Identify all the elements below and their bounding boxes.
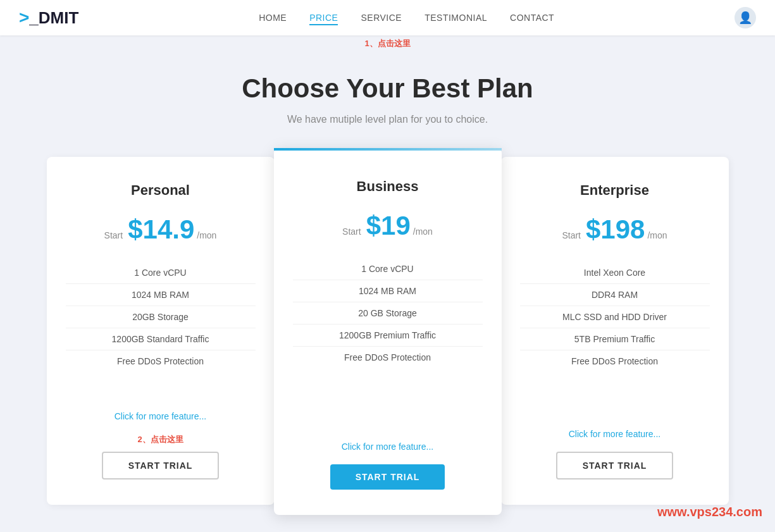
- section-subtitle: We have mutiple level plan for you to ch…: [13, 114, 762, 125]
- main-content: Choose Your Best Plan We have mutiple le…: [0, 35, 775, 532]
- price-start-personal: Start: [104, 230, 123, 240]
- logo-text: _DMIT: [29, 8, 78, 28]
- plan-name-enterprise: Enterprise: [580, 182, 649, 199]
- more-link-business[interactable]: Click for more feature...: [342, 442, 434, 452]
- features-business: 1 Core vCPU 1024 MB RAM 20 GB Storage 12…: [293, 258, 483, 426]
- plan-name-personal: Personal: [131, 182, 190, 199]
- section-title: Choose Your Best Plan: [13, 73, 762, 104]
- feature-personal-0: 1 Core vCPU: [66, 262, 256, 284]
- logo: > _DMIT: [19, 8, 78, 28]
- feature-business-3: 1200GB Premium Traffic: [293, 325, 483, 347]
- feature-personal-1: 1024 MB RAM: [66, 284, 256, 306]
- price-amount-personal: $14.9: [128, 216, 194, 243]
- price-row-enterprise: Start $198 /mon: [562, 216, 667, 243]
- feature-business-1: 1024 MB RAM: [293, 280, 483, 302]
- more-link-personal[interactable]: Click for more feature...: [115, 411, 207, 421]
- trial-button-personal[interactable]: START TRIAL: [102, 452, 220, 479]
- plan-name-business: Business: [357, 178, 419, 195]
- nav-hint-label: 1、点击这里: [364, 38, 410, 49]
- trial-button-business[interactable]: START TRIAL: [330, 464, 445, 490]
- navbar: > _DMIT HOME PRICE SERVICE TESTIMONIAL C…: [0, 0, 775, 35]
- price-row-business: Start $19 /mon: [342, 213, 433, 239]
- price-amount-enterprise: $198: [586, 216, 645, 243]
- nav-item-service[interactable]: SERVICE: [361, 12, 402, 23]
- pricing-cards: Personal Start $14.9 /mon 1 Core vCPU 10…: [21, 157, 755, 524]
- feature-enterprise-0: Intel Xeon Core: [520, 262, 710, 284]
- feature-personal-3: 1200GB Standard Traffic: [66, 328, 256, 350]
- nav-item-contact[interactable]: CONTACT: [510, 12, 554, 23]
- card-personal: Personal Start $14.9 /mon 1 Core vCPU 10…: [47, 157, 275, 505]
- feature-enterprise-1: DDR4 RAM: [520, 284, 710, 306]
- price-row-personal: Start $14.9 /mon: [104, 216, 217, 243]
- price-period-enterprise: /mon: [647, 230, 667, 240]
- price-period-business: /mon: [413, 226, 433, 237]
- features-personal: 1 Core vCPU 1024 MB RAM 20GB Storage 120…: [66, 262, 256, 396]
- more-link-enterprise[interactable]: Click for more feature...: [569, 429, 661, 439]
- hint-personal: 2、点击这里: [137, 434, 183, 445]
- price-amount-business: $19: [366, 213, 411, 239]
- card-enterprise: Enterprise Start $198 /mon Intel Xeon Co…: [501, 157, 729, 505]
- feature-business-0: 1 Core vCPU: [293, 258, 483, 280]
- card-business: Business Start $19 /mon 1 Core vCPU 1024…: [274, 148, 502, 515]
- feature-business-2: 20 GB Storage: [293, 302, 483, 325]
- nav-links: HOME PRICE SERVICE TESTIMONIAL CONTACT: [259, 12, 554, 23]
- feature-enterprise-3: 5TB Premium Traffic: [520, 328, 710, 350]
- trial-button-enterprise[interactable]: START TRIAL: [556, 452, 674, 479]
- feature-enterprise-2: MLC SSD and HDD Driver: [520, 306, 710, 328]
- price-start-business: Start: [342, 226, 361, 237]
- price-start-enterprise: Start: [562, 230, 581, 240]
- feature-personal-4: Free DDoS Protection: [66, 350, 256, 372]
- price-period-personal: /mon: [197, 230, 216, 240]
- nav-item-price[interactable]: PRICE: [309, 12, 338, 23]
- nav-item-home[interactable]: HOME: [259, 12, 287, 23]
- feature-enterprise-4: Free DDoS Protection: [520, 350, 710, 372]
- user-avatar[interactable]: 👤: [735, 7, 756, 28]
- feature-personal-2: 20GB Storage: [66, 306, 256, 328]
- nav-item-testimonial[interactable]: TESTIMONIAL: [425, 12, 487, 23]
- features-enterprise: Intel Xeon Core DDR4 RAM MLC SSD and HDD…: [520, 262, 710, 414]
- feature-business-4: Free DDoS Protection: [293, 347, 483, 368]
- logo-bracket: >: [19, 8, 29, 28]
